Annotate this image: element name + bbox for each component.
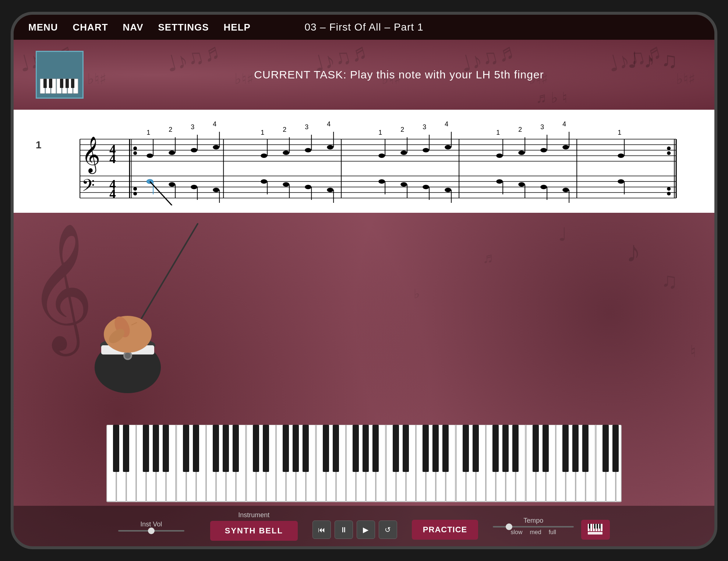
svg-point-36	[667, 151, 671, 155]
menu-bar: MENU CHART NAV SETTINGS HELP 03 – First …	[14, 15, 714, 40]
svg-point-102	[213, 188, 219, 192]
bottom-controls: Inst Vol Instrument SYNTH BELL ⏮ ⏸ ▶ ↺ P…	[14, 506, 714, 546]
svg-point-43	[133, 187, 137, 191]
svg-point-75	[445, 145, 451, 149]
menu-item-chart[interactable]: CHART	[73, 22, 108, 33]
sheet-music-svg: 𝄞 4 4 𝄢 4 4	[49, 117, 692, 205]
svg-text:4: 4	[109, 152, 116, 166]
instrument-button[interactable]: SYNTH BELL	[210, 521, 298, 541]
svg-rect-211	[323, 425, 329, 472]
svg-point-110	[327, 188, 333, 192]
svg-text:1: 1	[261, 129, 264, 136]
svg-point-83	[518, 151, 525, 155]
svg-rect-210	[303, 425, 309, 472]
transport-controls: ⏮ ⏸ ▶ ↺	[312, 521, 397, 539]
device-frame: MENU CHART NAV SETTINGS HELP 03 – First …	[11, 12, 717, 549]
piano-logo	[36, 51, 84, 99]
piano-keyboard	[106, 425, 622, 506]
lower-section: 𝄞 ♪ ♩ ♫ ♬ ♭ ♮	[14, 213, 714, 546]
svg-text:2: 2	[169, 126, 172, 133]
svg-point-37	[667, 187, 671, 191]
keyboard-svg	[106, 425, 622, 506]
svg-text:1: 1	[146, 129, 150, 136]
conductor-hand-svg	[80, 220, 220, 404]
svg-text:3: 3	[540, 123, 544, 131]
inst-vol-group: Inst Vol	[118, 521, 184, 532]
instrument-group: Instrument SYNTH BELL	[210, 511, 298, 541]
svg-rect-9	[60, 79, 63, 88]
svg-text:3: 3	[191, 123, 194, 131]
inst-vol-slider[interactable]	[118, 530, 184, 532]
svg-point-106	[283, 182, 289, 187]
svg-rect-197	[123, 425, 129, 472]
svg-rect-215	[372, 425, 379, 472]
svg-text:4: 4	[109, 187, 116, 201]
tempo-slider[interactable]	[493, 526, 574, 528]
menu-item-settings[interactable]: SETTINGS	[158, 22, 209, 33]
svg-text:1: 1	[378, 129, 382, 136]
svg-rect-244	[588, 532, 602, 534]
tempo-group: Tempo slow med full	[493, 517, 574, 536]
menu-item-nav[interactable]: NAV	[123, 22, 144, 33]
instrument-label: Instrument	[238, 511, 269, 519]
svg-text:𝄢: 𝄢	[82, 176, 95, 199]
svg-rect-225	[512, 425, 519, 472]
svg-point-44	[133, 192, 137, 195]
svg-point-136	[125, 353, 131, 359]
svg-rect-226	[533, 425, 539, 472]
svg-rect-235	[590, 524, 592, 531]
svg-rect-220	[442, 425, 449, 472]
svg-point-100	[191, 185, 197, 189]
staff-container: 𝄞 4 4 𝄢 4 4	[49, 117, 692, 205]
pause-button[interactable]: ⏸	[335, 521, 353, 539]
rewind-button[interactable]: ⏮	[312, 521, 331, 539]
play-button[interactable]: ▶	[357, 521, 375, 539]
tempo-med: med	[530, 529, 541, 536]
svg-rect-11	[71, 79, 74, 88]
svg-rect-207	[263, 425, 269, 472]
menu-item-help[interactable]: HELP	[224, 22, 251, 33]
svg-rect-241	[594, 524, 596, 529]
svg-rect-223	[492, 425, 499, 472]
menu-item-menu[interactable]: MENU	[28, 22, 58, 33]
svg-rect-206	[253, 425, 259, 472]
svg-rect-243	[599, 524, 601, 529]
svg-rect-199	[153, 425, 159, 472]
svg-point-128	[618, 179, 624, 184]
svg-rect-203	[213, 425, 219, 472]
svg-rect-208	[283, 425, 289, 472]
svg-rect-214	[363, 425, 369, 472]
svg-point-85	[540, 148, 547, 152]
svg-rect-7	[43, 79, 47, 88]
deco-note-6: ♮	[690, 342, 696, 361]
svg-point-38	[667, 192, 671, 195]
keyboard-icon	[586, 523, 605, 536]
svg-rect-198	[143, 425, 149, 472]
tempo-label: Tempo	[523, 517, 543, 525]
svg-point-45	[146, 154, 153, 158]
svg-text:𝄞: 𝄞	[82, 137, 100, 174]
svg-point-57	[261, 154, 267, 158]
keyboard-toggle-button[interactable]	[581, 520, 610, 540]
repeat-button[interactable]: ↺	[379, 521, 397, 539]
svg-rect-212	[333, 425, 339, 472]
svg-point-87	[562, 145, 569, 149]
svg-rect-196	[113, 425, 119, 472]
svg-rect-217	[403, 425, 409, 472]
deco-note-4: ♬	[483, 250, 494, 266]
svg-rect-10	[66, 79, 69, 88]
measure-number: 1	[36, 139, 42, 151]
current-task-text: CURRENT TASK: Play this note with your L…	[84, 68, 714, 81]
practice-button[interactable]: PRACTICE	[412, 520, 478, 540]
svg-rect-200	[163, 425, 169, 472]
svg-rect-242	[597, 524, 598, 529]
deco-notes-2: ♬ ♭ ♮	[536, 89, 567, 106]
deco-note-5: ♭	[414, 286, 420, 301]
deco-note-2: ♩	[558, 224, 567, 245]
svg-point-63	[327, 145, 333, 149]
svg-point-69	[378, 154, 385, 158]
svg-rect-209	[293, 425, 299, 472]
svg-rect-228	[562, 425, 569, 472]
svg-point-42	[133, 151, 137, 155]
svg-point-104	[261, 179, 267, 184]
